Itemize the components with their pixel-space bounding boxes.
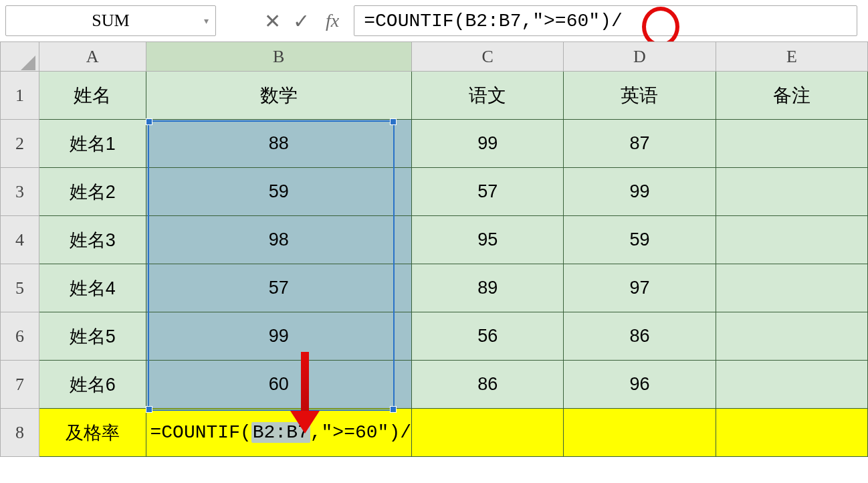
col-header-C[interactable]: C: [412, 42, 564, 72]
cell-B4[interactable]: 98: [146, 216, 411, 264]
cell-E7[interactable]: [716, 361, 867, 409]
cell-A5[interactable]: 姓名4: [39, 264, 146, 312]
cell-C6[interactable]: 56: [412, 312, 564, 361]
cell-B6[interactable]: 99: [146, 312, 411, 361]
cell-E6[interactable]: [716, 312, 867, 361]
cancel-icon[interactable]: ✕: [264, 9, 281, 33]
cell-A2[interactable]: 姓名1: [39, 120, 146, 168]
cell-D1[interactable]: 英语: [564, 72, 716, 120]
formula-prefix: =COUNTIF(: [150, 422, 251, 443]
cell-E8[interactable]: [716, 409, 867, 457]
col-header-A[interactable]: A: [39, 42, 146, 72]
cell-C5[interactable]: 89: [412, 264, 564, 312]
col-header-B[interactable]: B: [146, 42, 411, 72]
cell-E5[interactable]: [716, 264, 867, 312]
cell-A6[interactable]: 姓名5: [39, 312, 146, 361]
row-header-8[interactable]: 8: [1, 409, 39, 457]
cell-B2[interactable]: 88: [146, 120, 411, 168]
cell-A4[interactable]: 姓名3: [39, 216, 146, 264]
formula-range: B2:B7: [251, 422, 310, 443]
cell-D8[interactable]: [564, 409, 716, 457]
cell-D6[interactable]: 86: [564, 312, 716, 361]
formula-suffix: ,">=60")/: [310, 422, 411, 443]
row-header-3[interactable]: 3: [1, 168, 39, 216]
cell-C1[interactable]: 语文: [412, 72, 564, 120]
row-header-4[interactable]: 4: [1, 216, 39, 264]
cell-D5[interactable]: 97: [564, 264, 716, 312]
fx-icon[interactable]: fx: [326, 10, 339, 31]
cell-B7[interactable]: 60: [146, 361, 411, 409]
name-box-value: SUM: [92, 11, 129, 31]
cell-C3[interactable]: 57: [412, 168, 564, 216]
cell-E4[interactable]: [716, 216, 867, 264]
cell-A8[interactable]: 及格率: [39, 409, 146, 457]
cell-E3[interactable]: [716, 168, 867, 216]
col-header-D[interactable]: D: [564, 42, 716, 72]
cell-B1[interactable]: 数学: [146, 72, 411, 120]
row-header-5[interactable]: 5: [1, 264, 39, 312]
name-box[interactable]: SUM ▾: [5, 5, 216, 36]
select-all-corner[interactable]: [1, 42, 39, 72]
cell-E1[interactable]: 备注: [716, 72, 867, 120]
cell-C7[interactable]: 86: [412, 361, 564, 409]
cell-D7[interactable]: 96: [564, 361, 716, 409]
cell-E2[interactable]: [716, 120, 867, 168]
row-header-2[interactable]: 2: [1, 120, 39, 168]
row-header-6[interactable]: 6: [1, 312, 39, 361]
cell-B5[interactable]: 57: [146, 264, 411, 312]
cell-C2[interactable]: 99: [412, 120, 564, 168]
cell-C4[interactable]: 95: [412, 216, 564, 264]
cell-D2[interactable]: 87: [564, 120, 716, 168]
spreadsheet-grid[interactable]: A B C D E 1 姓名 数学 语文 英语 备注 2 姓名1 88 99 8…: [0, 41, 868, 457]
formula-bar-value: =COUNTIF(B2:B7,">=60")/: [364, 11, 622, 31]
row-header-7[interactable]: 7: [1, 361, 39, 409]
col-header-E[interactable]: E: [716, 42, 867, 72]
chevron-down-icon[interactable]: ▾: [204, 15, 209, 27]
cell-B8[interactable]: =COUNTIF(B2:B7,">=60")/: [146, 409, 411, 457]
cell-D4[interactable]: 59: [564, 216, 716, 264]
row-header-1[interactable]: 1: [1, 72, 39, 120]
cell-B3[interactable]: 59: [146, 168, 411, 216]
cell-C8[interactable]: [412, 409, 564, 457]
formula-bar[interactable]: =COUNTIF(B2:B7,">=60")/: [354, 5, 857, 36]
confirm-icon[interactable]: ✓: [293, 9, 310, 33]
cell-A3[interactable]: 姓名2: [39, 168, 146, 216]
cell-A7[interactable]: 姓名6: [39, 361, 146, 409]
cell-D3[interactable]: 99: [564, 168, 716, 216]
cell-A1[interactable]: 姓名: [39, 72, 146, 120]
